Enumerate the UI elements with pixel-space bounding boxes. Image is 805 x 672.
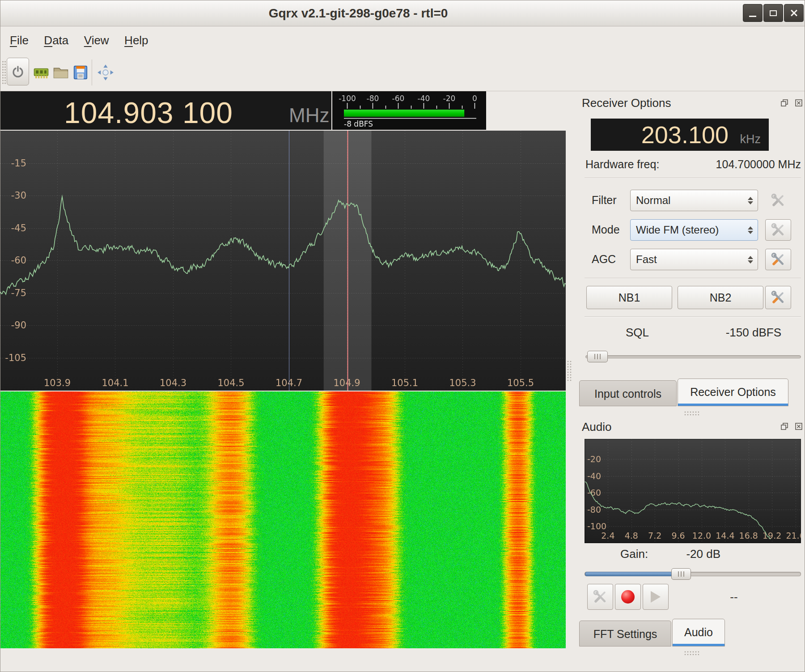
tab-receiver-options[interactable]: Receiver Options (678, 379, 788, 406)
mode-config-button[interactable] (765, 219, 791, 241)
toolbar (0, 54, 805, 91)
gain-slider[interactable] (585, 567, 801, 581)
waterfall-display[interactable] (0, 391, 566, 648)
panel-splitter-handle[interactable] (567, 360, 572, 382)
frequency-unit: MHz (289, 106, 329, 125)
gain-slider-fill (585, 572, 680, 576)
nb1-button[interactable]: NB1 (586, 286, 672, 309)
device-config-button[interactable] (31, 62, 51, 83)
config-tools-icon (771, 290, 786, 305)
dock-float-button[interactable] (780, 98, 789, 108)
dock-close-button[interactable] (794, 98, 804, 108)
gain-value: -20 dB (667, 547, 720, 561)
start-dsp-button[interactable] (7, 58, 29, 85)
combo-arrows-icon (748, 249, 753, 270)
filter-select[interactable]: Normal (630, 190, 758, 211)
close-box-icon (794, 98, 803, 107)
maximize-button[interactable] (763, 4, 783, 22)
agc-value: Fast (636, 253, 657, 265)
window-title: Gqrx v2.1-git-298-g0e78 - rtl=0 (135, 6, 582, 21)
combo-arrows-icon (748, 220, 753, 240)
maximize-icon (770, 10, 777, 16)
agc-config-button[interactable] (765, 249, 791, 270)
device-chip-icon (33, 64, 50, 81)
toolbar-separator (92, 60, 92, 85)
open-file-button[interactable] (51, 62, 71, 83)
dock-float-button[interactable] (780, 421, 789, 431)
dock-close-button[interactable] (794, 421, 804, 431)
power-icon (11, 65, 25, 78)
audio-config-button[interactable] (587, 584, 613, 610)
toolbar-drag-handle[interactable] (2, 60, 6, 85)
tab-label: Audio (684, 626, 713, 638)
tab-label: FFT Settings (593, 628, 657, 640)
audio-record-button[interactable] (615, 584, 641, 610)
slider-grip-icon (594, 354, 601, 359)
close-icon (790, 9, 798, 17)
audio-play-button[interactable] (643, 584, 669, 610)
agc-select[interactable]: Fast (630, 249, 758, 270)
restore-icon (780, 422, 789, 431)
close-box-icon (794, 422, 803, 431)
mode-value: Wide FM (stereo) (636, 224, 719, 236)
tab-label: Receiver Options (690, 386, 776, 398)
gqrx-window: Gqrx v2.1-git-298-g0e78 - rtl=0 File Dat… (0, 0, 805, 672)
separator (585, 316, 801, 317)
menu-bar: File Data View Help (0, 26, 805, 54)
save-button[interactable] (70, 62, 91, 83)
hardware-freq-row: Hardware freq: 104.700000 MHz (585, 158, 801, 171)
mode-select[interactable]: Wide FM (stereo) (630, 219, 758, 241)
title-bar: Gqrx v2.1-git-298-g0e78 - rtl=0 (0, 0, 805, 26)
spectrum-plot[interactable] (0, 131, 566, 391)
nb2-label: NB2 (710, 291, 732, 304)
audio-title: Audio (582, 420, 612, 434)
play-icon (651, 591, 661, 603)
gain-slider-handle[interactable] (671, 568, 691, 580)
tab-fft-settings[interactable]: FFT Settings (579, 621, 671, 646)
save-floppy-icon (72, 64, 89, 81)
nb2-button[interactable]: NB2 (678, 286, 763, 309)
combo-arrows-icon (748, 190, 753, 211)
menu-file[interactable]: File (3, 26, 35, 54)
sql-slider-handle[interactable] (587, 351, 608, 362)
pan-arrows-icon (97, 64, 114, 81)
frequency-digits[interactable]: 104.903 100 (64, 98, 233, 128)
gain-label: Gain: (620, 547, 648, 561)
agc-label: AGC (592, 253, 616, 266)
config-tools-icon (771, 252, 786, 267)
sql-value: -150 dBFS (680, 326, 781, 340)
restore-icon (780, 98, 789, 107)
menu-data[interactable]: Data (37, 26, 75, 54)
nb1-label: NB1 (619, 291, 640, 304)
filter-label: Filter (592, 194, 617, 207)
slider-grip-icon (678, 571, 684, 577)
record-icon (621, 590, 635, 604)
hardware-freq-value: 104.700000 MHz (716, 158, 801, 171)
sql-slider[interactable] (585, 350, 801, 363)
recording-status: -- (712, 590, 756, 604)
channel-offset-display[interactable]: 203.100 kHz (591, 119, 769, 151)
config-tools-icon (771, 222, 786, 238)
tab-input-controls[interactable]: Input controls (579, 380, 677, 406)
menu-view[interactable]: View (77, 26, 116, 54)
close-button[interactable] (784, 4, 804, 22)
offset-digits[interactable]: 203.100 (641, 123, 729, 147)
minimize-button[interactable] (743, 4, 763, 22)
sql-slider-groove[interactable] (585, 355, 801, 358)
nb-config-button[interactable] (765, 286, 791, 309)
mode-label: Mode (592, 223, 620, 236)
offset-unit: kHz (740, 133, 761, 145)
separator (585, 178, 801, 178)
frequency-display[interactable]: 104.903 100 MHz (0, 91, 331, 130)
menu-help[interactable]: Help (118, 26, 155, 54)
dock-resize-handle[interactable] (684, 651, 699, 656)
signal-strength-meter (332, 91, 486, 130)
tab-audio[interactable]: Audio (672, 619, 725, 646)
config-tools-icon (771, 193, 786, 208)
filter-config-button[interactable] (765, 190, 791, 211)
filter-value: Normal (636, 194, 670, 206)
open-folder-icon (52, 64, 69, 81)
tab-label: Input controls (594, 387, 661, 400)
dock-resize-handle[interactable] (684, 411, 699, 416)
pan-mode-button[interactable] (95, 62, 116, 83)
